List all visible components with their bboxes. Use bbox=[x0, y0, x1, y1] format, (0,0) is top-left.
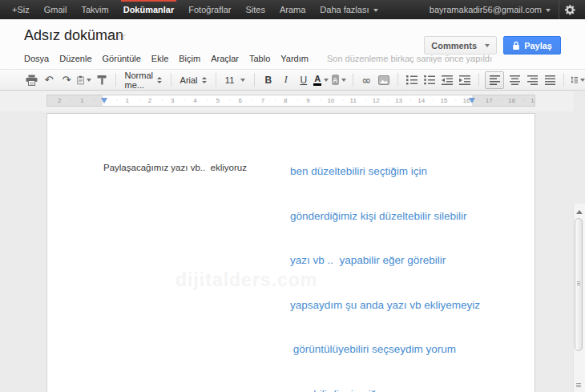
menu-insert[interactable]: Ekle bbox=[151, 54, 168, 63]
ruler-number: 2 bbox=[148, 97, 151, 104]
lock-icon bbox=[512, 41, 520, 51]
font-family-value: Arial bbox=[180, 75, 198, 85]
ruler-tick: · bbox=[455, 96, 458, 103]
topbar-link-sites[interactable]: Sites bbox=[238, 0, 272, 19]
ruler-tick: · bbox=[410, 96, 412, 103]
ruler-tick: · bbox=[116, 96, 119, 103]
ruler-number: 11 bbox=[350, 97, 357, 104]
menu-view[interactable]: Görüntüle bbox=[103, 54, 141, 63]
ruler-number: 13 bbox=[395, 97, 402, 104]
underline-icon: U bbox=[300, 75, 307, 86]
scrollbar-thumb[interactable] bbox=[575, 218, 583, 351]
insert-image-button[interactable] bbox=[377, 72, 391, 88]
ruler-number: 14 bbox=[418, 97, 425, 104]
ruler-tick: · bbox=[387, 96, 389, 103]
document-text: Paylaşacağımız yazı vb.. ekliyoruz bbox=[103, 163, 247, 172]
underline-button[interactable]: U bbox=[297, 72, 311, 88]
align-left-button[interactable] bbox=[485, 71, 504, 89]
chevron-down-icon bbox=[324, 79, 329, 82]
menu-edit[interactable]: Düzenle bbox=[59, 54, 91, 63]
vertical-scrollbar[interactable] bbox=[573, 204, 585, 392]
blue-text-line: görüntülüyebiliri seçseydim yorum bbox=[290, 342, 480, 358]
font-size-value: 11 bbox=[225, 75, 234, 85]
ruler-tick: · bbox=[71, 96, 73, 103]
toolbar-divider bbox=[254, 73, 255, 87]
comments-button[interactable]: Comments bbox=[424, 36, 497, 55]
topbar-link-search[interactable]: Arama bbox=[272, 0, 313, 19]
ruler-number: 3 bbox=[171, 97, 174, 104]
topbar-link-more[interactable]: Daha fazlası bbox=[313, 0, 385, 19]
scroll-down-icon[interactable] bbox=[576, 383, 581, 387]
ruler-tick: · bbox=[184, 96, 186, 103]
ruler-number: 16 bbox=[463, 97, 470, 104]
menu-file[interactable]: Dosya bbox=[24, 54, 49, 63]
ruler-tick: · bbox=[252, 96, 254, 103]
left-indent-marker[interactable] bbox=[101, 98, 107, 103]
star-icon[interactable]: ☆ bbox=[116, 29, 127, 43]
settings-button[interactable] bbox=[559, 0, 580, 19]
indent-icon bbox=[459, 75, 470, 85]
topbar-link-gmail[interactable]: Gmail bbox=[37, 0, 75, 19]
updown-icon bbox=[202, 77, 207, 83]
topbar-link-photos[interactable]: Fotoğraflar bbox=[181, 0, 238, 19]
share-button[interactable]: Paylaş bbox=[503, 36, 561, 55]
line-spacing-icon bbox=[571, 75, 578, 85]
topbar-more-label: Daha fazlası bbox=[320, 5, 369, 14]
redo-icon: ↷ bbox=[63, 75, 71, 85]
numbered-list-button[interactable] bbox=[405, 72, 419, 88]
chevron-down-icon bbox=[341, 79, 346, 82]
font-size-dropdown[interactable]: 11 bbox=[223, 75, 248, 85]
bulleted-list-button[interactable] bbox=[422, 72, 437, 88]
ruler-strip[interactable]: 2112345678910111213141516171819·········… bbox=[46, 95, 535, 107]
ruler-number: 17 bbox=[486, 97, 493, 104]
topbar-link-documents[interactable]: Dokümanlar bbox=[116, 0, 182, 19]
share-label: Paylaş bbox=[524, 41, 552, 51]
scroll-up-icon[interactable] bbox=[576, 210, 583, 214]
menu-help[interactable]: Yardım bbox=[280, 54, 309, 63]
ruler-tick: · bbox=[365, 96, 367, 103]
topbar-link-plus-you[interactable]: +Siz bbox=[5, 0, 37, 19]
document-title[interactable]: Adsız doküman bbox=[24, 27, 123, 44]
toolbar: ↶ ↷ Normal me... Arial 11 B I U A bbox=[0, 69, 585, 91]
paragraph-style-dropdown[interactable]: Normal me... bbox=[123, 71, 164, 90]
line-spacing-button[interactable] bbox=[571, 72, 585, 88]
align-left-icon bbox=[490, 75, 500, 85]
toolbar-divider bbox=[216, 73, 216, 87]
menu-tools[interactable]: Araçlar bbox=[211, 54, 239, 63]
toolbar-divider bbox=[397, 73, 398, 87]
doc-header: Adsız doküman ☆ Dosya Düzenle Görüntüle … bbox=[0, 19, 585, 69]
blue-text-line: yapsaydım şu anda yazı vb ekliyemeyiz bbox=[290, 298, 480, 313]
ruler-tick: · bbox=[297, 96, 299, 103]
numbered-list-icon bbox=[406, 75, 418, 85]
bold-button[interactable]: B bbox=[261, 72, 276, 88]
indent-button[interactable] bbox=[458, 72, 472, 88]
link-icon: ∞ bbox=[362, 75, 372, 86]
menu-format[interactable]: Biçim bbox=[179, 54, 200, 63]
outdent-button[interactable] bbox=[440, 72, 454, 88]
italic-button[interactable]: I bbox=[279, 72, 293, 88]
ruler-number: 1 bbox=[80, 97, 83, 104]
ruler-tick: · bbox=[93, 96, 95, 103]
account-menu[interactable]: bayramakadir56@gmail.com bbox=[422, 0, 559, 19]
print-button[interactable] bbox=[24, 72, 38, 88]
bulleted-list-icon bbox=[424, 75, 435, 85]
paint-format-button[interactable] bbox=[95, 72, 109, 88]
text-color-button[interactable]: A bbox=[314, 72, 329, 88]
font-family-dropdown[interactable]: Arial bbox=[178, 75, 210, 85]
justify-button[interactable] bbox=[543, 72, 557, 88]
document-page[interactable]: dijitalders.com Paylaşacağımız yazı vb..… bbox=[46, 113, 535, 392]
insert-link-button[interactable]: ∞ bbox=[359, 72, 373, 88]
chevron-down-icon bbox=[580, 79, 585, 82]
web-clipboard-button[interactable] bbox=[77, 72, 91, 88]
clipboard-icon bbox=[77, 75, 84, 86]
chevron-down-icon bbox=[546, 9, 551, 12]
topbar-link-calendar[interactable]: Takvim bbox=[74, 0, 115, 19]
toolbar-divider bbox=[115, 73, 116, 87]
highlight-color-button[interactable]: A bbox=[332, 72, 346, 88]
align-right-button[interactable] bbox=[525, 72, 539, 88]
last-edit-status[interactable]: Son düzenleme birkaç saniye önce yapıldı bbox=[327, 54, 492, 63]
redo-button[interactable]: ↷ bbox=[59, 72, 74, 88]
menu-table[interactable]: Tablo bbox=[249, 54, 270, 63]
undo-button[interactable]: ↶ bbox=[42, 72, 56, 88]
align-center-button[interactable] bbox=[507, 72, 522, 88]
